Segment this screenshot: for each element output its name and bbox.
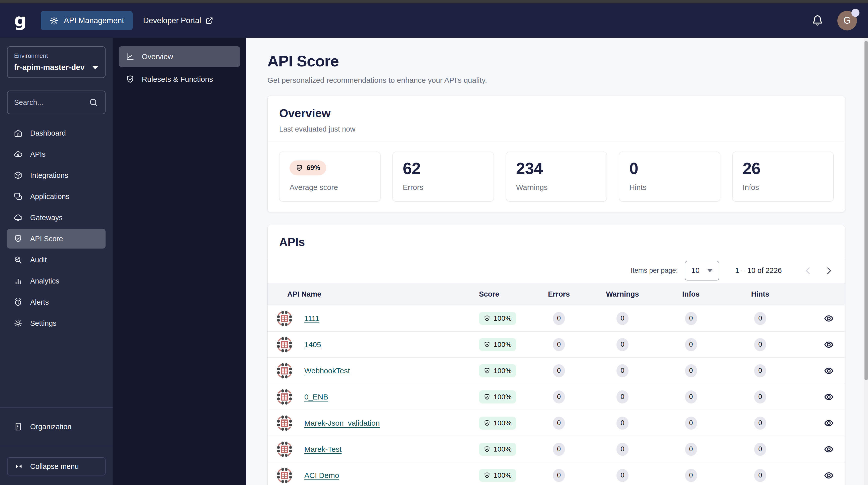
warnings-count-badge: 0: [616, 338, 628, 351]
stat-label: Warnings: [516, 183, 597, 192]
alarm-clock-icon: [13, 297, 23, 307]
cloud-gear-icon: [13, 150, 23, 159]
shield-check-icon: [484, 472, 491, 479]
view-api-eye-icon[interactable]: [823, 340, 835, 350]
sidebar-item-label: Settings: [30, 319, 57, 327]
sidebar-item-api-score[interactable]: API Score: [7, 229, 105, 249]
stat-value: 62: [403, 161, 484, 177]
errors-count-badge: 0: [553, 338, 565, 351]
sidebar-item-audit[interactable]: Audit: [7, 250, 105, 270]
next-page-button[interactable]: [824, 266, 834, 276]
score-badge: 100%: [479, 469, 516, 482]
user-avatar[interactable]: G: [837, 11, 857, 30]
chevron-down-icon: [92, 66, 98, 69]
errors-count-badge: 0: [553, 364, 565, 377]
table-row: 1111 100%: [268, 305, 845, 331]
sidebar-item-label: Dashboard: [30, 129, 66, 137]
shield-check-icon: [484, 446, 491, 453]
main-content: API Score Get personalized recommendatio…: [246, 38, 868, 485]
view-api-eye-icon[interactable]: [823, 392, 835, 402]
sidebar-item-integrations[interactable]: Integrations: [7, 166, 105, 185]
stat-card-hints: 0 Hints: [619, 152, 720, 201]
api-score-submenu: Overview Rulesets & Functions: [113, 38, 246, 485]
stat-card-warnings: 234 Warnings: [506, 152, 607, 201]
previous-page-button[interactable]: [803, 266, 813, 276]
api-identicon-avatar: [276, 440, 293, 458]
overview-title: Overview: [279, 106, 834, 120]
topbar: g API Management Developer Portal G: [0, 3, 868, 38]
api-name-link[interactable]: WebhookTest: [304, 367, 350, 375]
page-scrollbar[interactable]: [864, 38, 868, 485]
api-name-link[interactable]: ACI Demo: [304, 471, 339, 480]
infos-count-badge: 0: [685, 443, 697, 456]
view-api-eye-icon[interactable]: [823, 366, 835, 376]
items-per-page-select[interactable]: 10: [685, 261, 719, 281]
api-table-body: 1111 100%: [268, 305, 845, 485]
window-top-edge: [0, 0, 868, 3]
scrollbar-thumb[interactable]: [865, 41, 868, 380]
column-header-infos: Infos: [656, 290, 725, 298]
sidebar-item-applications[interactable]: Applications: [7, 187, 105, 206]
notifications-bell-icon[interactable]: [812, 15, 823, 26]
warnings-count-badge: 0: [616, 391, 628, 403]
items-per-page-label: Items per page:: [631, 267, 678, 275]
sidebar-item-label: Applications: [30, 193, 69, 201]
pagination-bar: Items per page: 10 1 – 10 of 2226: [268, 258, 845, 283]
view-api-eye-icon[interactable]: [823, 418, 835, 428]
sidebar-item-gateways[interactable]: Gateways: [7, 208, 105, 227]
sidebar-item-organization[interactable]: Organization: [7, 407, 105, 446]
gear-icon: [13, 319, 23, 328]
submenu-item-overview[interactable]: Overview: [119, 46, 240, 67]
errors-count-badge: 0: [553, 391, 565, 403]
submenu-item-rulesets-functions[interactable]: Rulesets & Functions: [119, 69, 240, 90]
environment-label: Environment: [14, 52, 98, 59]
stacked-cards-icon: [13, 192, 23, 201]
cloud-node-icon: [13, 213, 23, 222]
environment-value: fr-apim-master-dev: [14, 63, 85, 72]
home-icon: [13, 129, 23, 138]
stat-label: Average score: [289, 183, 370, 192]
sidebar-item-analytics[interactable]: Analytics: [7, 271, 105, 291]
score-badge: 100%: [479, 312, 516, 325]
api-identicon-avatar: [276, 467, 293, 484]
warnings-count-badge: 0: [616, 443, 628, 456]
sidebar-item-apis[interactable]: APIs: [7, 144, 105, 164]
api-name-link[interactable]: Marek-Json_validation: [304, 419, 380, 427]
errors-count-badge: 0: [553, 469, 565, 482]
submenu-item-label: Rulesets & Functions: [142, 75, 213, 84]
errors-count-badge: 0: [553, 312, 565, 325]
view-api-eye-icon[interactable]: [823, 470, 835, 481]
score-badge: 100%: [479, 417, 516, 430]
organization-icon: [13, 422, 23, 431]
table-row: WebhookTest 100%: [268, 358, 845, 383]
view-api-eye-icon[interactable]: [823, 444, 835, 454]
api-name-link[interactable]: 1111: [304, 314, 319, 323]
api-name-link[interactable]: Marek-Test: [304, 445, 342, 454]
environment-selector[interactable]: Environment fr-apim-master-dev: [7, 46, 105, 78]
api-name-link[interactable]: 1405: [304, 340, 321, 349]
api-management-nav-button[interactable]: API Management: [41, 11, 133, 30]
collapse-menu-button[interactable]: Collapse menu: [7, 457, 105, 476]
sidebar-item-label: Gateways: [30, 213, 63, 222]
infos-count-badge: 0: [685, 338, 697, 351]
column-header-api-name: API Name: [268, 290, 472, 298]
stat-value: 0: [629, 161, 710, 177]
sidebar-item-alerts[interactable]: Alerts: [7, 292, 105, 312]
errors-count-badge: 0: [553, 443, 565, 456]
primary-sidebar: Environment fr-apim-master-dev Search...: [0, 38, 113, 485]
developer-portal-link[interactable]: Developer Portal: [143, 16, 213, 25]
shield-check-icon: [484, 394, 491, 400]
sidebar-item-settings[interactable]: Settings: [7, 313, 105, 333]
view-api-eye-icon[interactable]: [823, 313, 835, 323]
infos-count-badge: 0: [685, 417, 697, 430]
sidebar-search-input[interactable]: Search...: [7, 91, 105, 114]
column-header-score: Score: [472, 290, 529, 298]
stat-card-infos: 26 Infos: [732, 152, 834, 201]
api-name-link[interactable]: 0_ENB: [304, 393, 328, 401]
sidebar-item-dashboard[interactable]: Dashboard: [7, 123, 105, 143]
infos-count-badge: 0: [685, 312, 697, 325]
divider: [0, 446, 113, 446]
sidebar-item-label: Analytics: [30, 277, 59, 285]
external-link-icon: [206, 17, 213, 24]
page-title: API Score: [268, 52, 845, 70]
